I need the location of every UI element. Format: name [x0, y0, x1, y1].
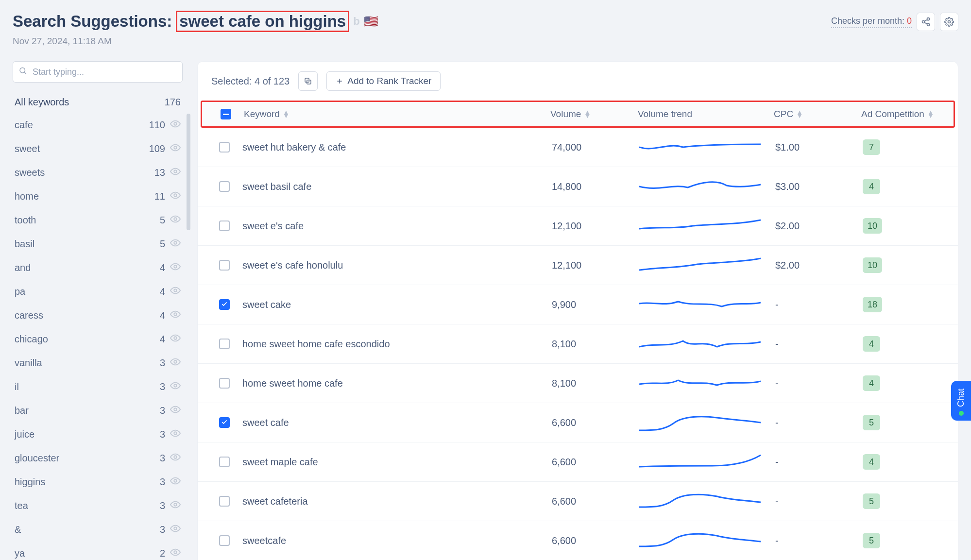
sidebar-filter-item[interactable]: bar3: [13, 399, 183, 423]
cell-ad-competition: 4: [863, 454, 945, 470]
eye-icon[interactable]: [170, 452, 181, 465]
sidebar-filter-item[interactable]: il3: [13, 375, 183, 399]
copy-button[interactable]: [298, 71, 318, 91]
svg-line-4: [924, 22, 927, 24]
sidebar-filter-item[interactable]: juice3: [13, 423, 183, 446]
sidebar-search-input[interactable]: [13, 61, 183, 83]
svg-point-18: [174, 360, 177, 363]
eye-icon[interactable]: [170, 547, 181, 560]
chat-button[interactable]: Chat: [951, 381, 971, 421]
sidebar-filter-item[interactable]: basil5: [13, 232, 183, 256]
row-checkbox[interactable]: [219, 142, 230, 153]
filter-count: 11: [151, 191, 165, 202]
eye-icon[interactable]: [170, 523, 181, 536]
check-icon: [221, 417, 228, 428]
eye-icon[interactable]: [170, 428, 181, 441]
cell-keyword[interactable]: home sweet home cafe: [238, 378, 552, 389]
row-checkbox[interactable]: [219, 339, 230, 349]
eye-icon[interactable]: [170, 380, 181, 393]
eye-icon[interactable]: [170, 475, 181, 489]
svg-point-19: [174, 384, 177, 387]
th-ad-competition[interactable]: Ad Competition: [861, 109, 924, 119]
row-checkbox[interactable]: [219, 535, 230, 546]
checks-per-month[interactable]: Checks per month: 0: [831, 16, 912, 28]
eye-icon[interactable]: [170, 119, 181, 132]
eye-icon[interactable]: [170, 285, 181, 298]
filter-count: 4: [151, 310, 165, 321]
filter-count: 5: [151, 215, 165, 226]
sidebar-filter-item[interactable]: tea3: [13, 494, 183, 518]
svg-point-1: [922, 21, 925, 23]
eye-icon[interactable]: [170, 166, 181, 179]
sidebar-filter-item[interactable]: pa4: [13, 280, 183, 304]
sidebar-filter-item[interactable]: chicago4: [13, 327, 183, 351]
row-checkbox[interactable]: [219, 181, 230, 192]
row-checkbox[interactable]: [219, 496, 230, 507]
sidebar-filter-item[interactable]: vanilla3: [13, 351, 183, 375]
eye-icon[interactable]: [170, 356, 181, 370]
eye-icon[interactable]: [170, 309, 181, 322]
cell-keyword[interactable]: sweet cafe: [238, 417, 552, 428]
sidebar-filter-item[interactable]: tooth5: [13, 208, 183, 232]
row-checkbox[interactable]: [219, 378, 230, 389]
eye-icon[interactable]: [170, 499, 181, 512]
share-button[interactable]: [917, 13, 935, 31]
th-volume[interactable]: Volume: [550, 109, 581, 119]
sidebar-scrollbar[interactable]: [187, 114, 190, 230]
cell-keyword[interactable]: sweet maple cafe: [238, 457, 552, 468]
sidebar-filter-item[interactable]: gloucester3: [13, 446, 183, 470]
th-cpc[interactable]: CPC: [774, 109, 793, 119]
eye-icon[interactable]: [170, 142, 181, 155]
cell-cpc: -: [775, 339, 863, 350]
sidebar-filter-item[interactable]: caress4: [13, 304, 183, 327]
row-checkbox[interactable]: [219, 260, 230, 271]
cell-keyword[interactable]: sweet e's cafe honolulu: [238, 260, 552, 271]
sidebar-filter-item[interactable]: higgins3: [13, 470, 183, 494]
filter-name: tooth: [15, 215, 36, 226]
cell-ad-competition: 5: [863, 415, 945, 430]
checks-label: Checks per month:: [831, 16, 907, 26]
row-checkbox[interactable]: [219, 221, 230, 231]
cell-trend: [639, 334, 775, 354]
cell-keyword[interactable]: sweetcafe: [238, 535, 552, 546]
cell-volume: 9,900: [552, 299, 639, 310]
svg-point-5: [948, 21, 951, 23]
sidebar-filter-item[interactable]: &3: [13, 518, 183, 542]
sidebar-filter-item[interactable]: ya2: [13, 542, 183, 560]
sidebar-filter-item[interactable]: and4: [13, 256, 183, 280]
cell-keyword[interactable]: sweet cafeteria: [238, 496, 552, 507]
cell-keyword[interactable]: sweet basil cafe: [238, 181, 552, 192]
svg-point-0: [927, 18, 930, 20]
row-checkbox[interactable]: [219, 457, 230, 467]
add-to-rank-tracker-button[interactable]: Add to Rank Tracker: [326, 71, 441, 91]
select-all-checkbox[interactable]: [221, 109, 231, 119]
cell-keyword[interactable]: sweet hut bakery & cafe: [238, 142, 552, 153]
eye-icon[interactable]: [170, 238, 181, 251]
table-row: sweet e's cafe honolulu12,100$2.0010: [198, 246, 958, 285]
th-keyword[interactable]: Keyword: [244, 109, 280, 119]
sidebar-filter-item[interactable]: sweets13: [13, 161, 183, 185]
settings-button[interactable]: [940, 13, 958, 31]
sidebar-all-keywords[interactable]: All keywords 176: [13, 91, 183, 113]
eye-icon[interactable]: [170, 214, 181, 227]
row-checkbox[interactable]: [219, 299, 230, 310]
cell-keyword[interactable]: home sweet home cafe escondido: [238, 339, 552, 350]
cell-volume: 12,100: [552, 221, 639, 232]
cell-keyword[interactable]: sweet e's cafe: [238, 221, 552, 232]
eye-icon[interactable]: [170, 404, 181, 417]
cell-volume: 8,100: [552, 339, 639, 350]
sidebar-all-keywords-count: 176: [165, 97, 181, 108]
th-trend[interactable]: Volume trend: [638, 109, 692, 119]
sidebar-filter-item[interactable]: cafe110: [13, 113, 183, 137]
cell-keyword[interactable]: sweet cake: [238, 299, 552, 310]
eye-icon[interactable]: [170, 261, 181, 274]
filter-count: 3: [151, 429, 165, 440]
eye-icon[interactable]: [170, 190, 181, 203]
sidebar-filter-item[interactable]: sweet109: [13, 137, 183, 161]
cell-ad-competition: 10: [863, 218, 945, 234]
sidebar-filter-item[interactable]: home11: [13, 185, 183, 208]
eye-icon[interactable]: [170, 333, 181, 346]
row-checkbox[interactable]: [219, 417, 230, 428]
cell-trend: [639, 295, 775, 314]
cell-trend: [639, 452, 775, 472]
